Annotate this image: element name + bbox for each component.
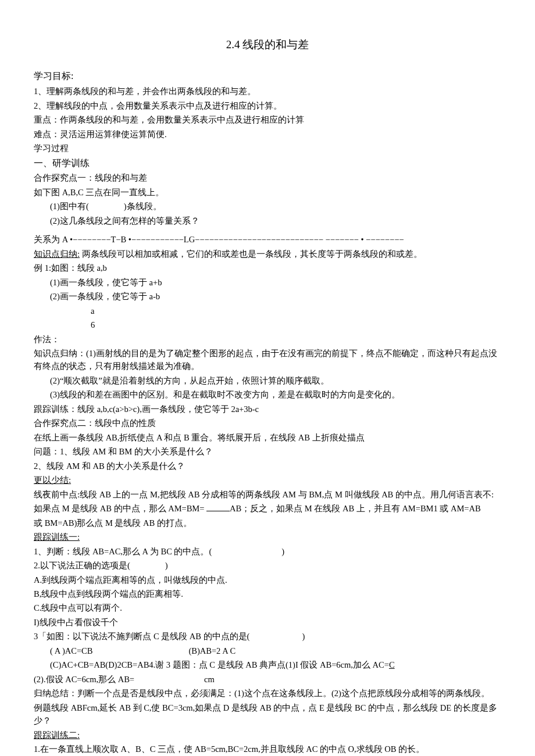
practice-1-q2-option-d: I)线段中占看假设千个 (34, 616, 501, 629)
midpoint-text-a: 如果点 M 是线段 AB 的中点，那么 AM=BM= (34, 504, 206, 513)
knowledge-summary-2: 知识点归纳：(1)画射线的目的是为了确定整个图形的起点，由于在没有画完的前提下，… (34, 347, 501, 373)
knowledge-summary-1: 知识点归纳: 两条线段可以相加或相减，它们的和或差也是一条线段，其长度等于两条线… (34, 248, 501, 260)
goal-item-1: 1、理解两条线段的和与差，并会作出两条线段的和与差。 (34, 85, 501, 98)
example-1-part-2: (2)画一条线段，使它等于 a-b (34, 290, 501, 303)
fold-instruction: 在纸上画一条线段 AB,折纸使点 A 和点 B 重合。将纸展开后，在线段 AB … (34, 431, 501, 444)
problem-question-1: 问题：1、线段 AM 和 BM 的大小关系是什么？ (34, 445, 501, 458)
practice-1-q3: 3「如图：以下说法不施判断点 C 是线段 AB 的中点的是( ) (34, 630, 501, 643)
knowledge-label: 知识点归纳: (34, 249, 80, 259)
example-1-part-1: (1)画一条线段，使它等于 a+b (34, 276, 501, 289)
summary-heading: 更以少结: (34, 474, 501, 486)
example-question: 例题线段 ABFcm,延长 AB 到 C,使 BC=3cm,如果点 D 是线段 … (34, 701, 501, 728)
coop-point-1: 合作探究点一：线段的和与差 (34, 171, 501, 184)
tracking-practice: 跟踪训练：线段 a,b,c(a>b>c),画一条线段，使它等于 2a+3b-c (34, 403, 501, 415)
relation-line: 关系为 A •−−−−−−−−T−B •−−−−−−−−−−−LG−−−−−−−… (34, 233, 501, 246)
knowledge-summary-2-item-3: (3)线段的和差在画图中的区别。和是在截取时不改变方向，差是在截取时的方向是变化… (34, 388, 501, 401)
q3-cd-underline: C (389, 660, 395, 669)
difficult-point: 难点：灵活运用运算律使运算简便. (34, 128, 501, 141)
conclusion-summary: 归纳总结：判断一个点是否是线段中点，必须满足：(1)这个点在这条线段上。(2)这… (34, 687, 501, 700)
practice-1-q3-options-ab: ( A )AC=CB (B)AB=2 A C (34, 644, 501, 657)
method-heading: 作法： (34, 333, 501, 346)
practice-1-q2-option-b: B,线段中点到线段两个端点的距离相等. (34, 587, 501, 600)
heading-process: 学习过程 (34, 142, 501, 155)
midpoint-text-b: AB；反之，如果点 M 在线段 AB 上，并且有 AM=BM1 或 AM=AB (230, 504, 481, 513)
tracking-practice-2-heading: 跟踪训练二: (34, 729, 501, 741)
key-point: 重点：作两条线段的和与差，会用数量关系表示中点及进行相应的计算 (34, 113, 501, 126)
tracking-practice-1-heading: 跟踪训练一: (34, 531, 501, 543)
midpoint-definition: 线夜前中点:线段 AB 上的一点 M,把线段 AB 分成相等的两条线段 AM 与… (34, 488, 501, 501)
practice-1-q2: 2.以下说法正确的选项是( ) (34, 559, 501, 572)
midpoint-notation: 如果点 M 是线段 AB 的中点，那么 AM=BM= AB；反之，如果点 M 在… (34, 502, 501, 515)
practice-1-q3-options-cd: (C)AC+CB=AB(D)2CB=AB4.谢 3 题图：点 C 是线段 AB … (34, 658, 501, 671)
practice-1-q2-option-c: C.线段中点可以有两个. (34, 601, 501, 614)
segment-b-label: 6 (34, 318, 501, 331)
section-1-heading: 一、研学训练 (34, 156, 501, 171)
question-2: (2)这几条线段之间有怎样的等量关系？ (34, 214, 501, 227)
figure-intro: 如下图 A,B,C 三点在同一直线上。 (34, 186, 501, 199)
example-1: 例 1:如图：线段 a,b (34, 261, 501, 274)
midpoint-notation-2: 或 BM=AB)那么点 M 是线段 AB 的打点。 (34, 517, 501, 529)
practice-1-q1: 1、判断：线段 AB=AC,那么 A 为 BC 的中点。( ) (34, 545, 501, 558)
knowledge-summary-2-item-2: (2)“顺次截取”就是沿着射线的方向，从起点开始，依照计算的顺序截取。 (34, 374, 501, 387)
knowledge-text: 两条线段可以相加或相减，它们的和或差也是一条线段，其长度等于两条线段的和或差。 (80, 249, 422, 259)
segment-a-label: a (34, 304, 501, 317)
practice-1-q4: (2).假设 AC=6cm,那么 AB= cm (34, 673, 501, 686)
goal-item-2: 2、理解线段的中点，会用数量关系表示中点及进行相应的计算。 (34, 99, 501, 112)
heading-goals: 学习目标: (34, 69, 501, 84)
practice-2-q1: 1.在一条直线上顺次取 A、B、C 三点，使 AB=5cm,BC=2cm,并且取… (34, 743, 501, 755)
fill-blank (206, 503, 230, 512)
question-1: (1)图中有( )条线段。 (34, 200, 501, 213)
q3-cd-text: (C)AC+CB=AB(D)2CB=AB4.谢 3 题图：点 C 是线段 AB … (50, 660, 389, 669)
coop-point-2: 合作探究点二：线段中点的性质 (34, 417, 501, 429)
practice-1-q2-option-a: A.到线段两个端点距离相等的点，叫做线段的中点. (34, 574, 501, 586)
problem-question-2: 2、线段 AM 和 AB 的大小关系是什么？ (34, 460, 501, 472)
page-title: 2.4 线段的和与差 (34, 36, 501, 53)
